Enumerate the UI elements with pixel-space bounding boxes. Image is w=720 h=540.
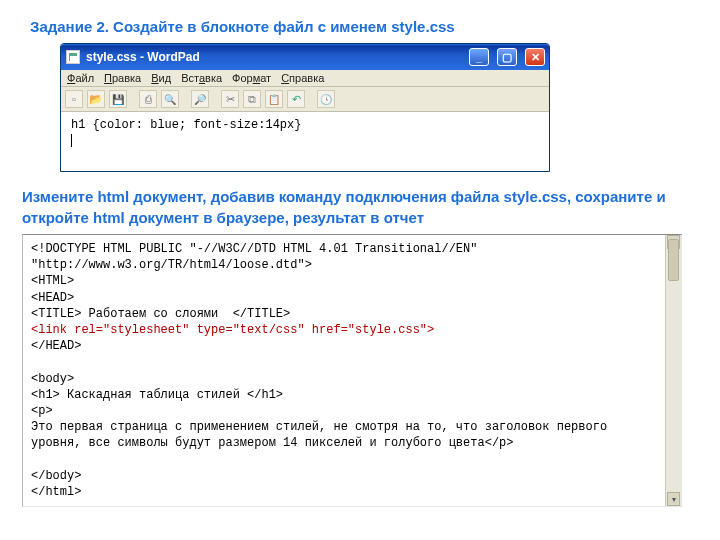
undo-icon[interactable] xyxy=(287,90,305,108)
code-line: <TITLE> Работаем со слоями </TITLE> xyxy=(31,307,290,321)
code-line: <HTML> xyxy=(31,274,74,288)
menu-view[interactable]: Вид xyxy=(151,72,171,84)
scroll-down-icon[interactable] xyxy=(667,492,680,506)
new-icon[interactable] xyxy=(65,90,83,108)
code-panel: <!DOCTYPE HTML PUBLIC "-//W3C//DTD HTML … xyxy=(22,234,682,507)
code-line: <HEAD> xyxy=(31,291,74,305)
code-line: <body> xyxy=(31,372,74,386)
code-line: <!DOCTYPE HTML PUBLIC "-//W3C//DTD HTML … xyxy=(31,242,477,256)
text-caret xyxy=(71,134,72,147)
code-line: "http://www.w3.org/TR/html4/loose.dtd"> xyxy=(31,258,312,272)
editor-area[interactable]: h1 {color: blue; font-size:14px} xyxy=(61,112,549,171)
preview-icon[interactable] xyxy=(161,90,179,108)
menu-format[interactable]: Формат xyxy=(232,72,271,84)
maximize-button[interactable]: ▢ xyxy=(497,48,517,66)
code-line-highlight: <link rel="stylesheet" type="text/css" h… xyxy=(31,323,434,337)
task-heading: Задание 2. Создайте в блокноте файл с им… xyxy=(30,18,698,35)
code-line: </HEAD> xyxy=(31,339,81,353)
menu-file[interactable]: Файл xyxy=(67,72,94,84)
paste-icon[interactable] xyxy=(265,90,283,108)
save-icon[interactable] xyxy=(109,90,127,108)
code-line: Это первая страница с применением стилей… xyxy=(31,420,614,450)
instruction-text: Измените html документ, добавив команду … xyxy=(22,186,698,228)
wordpad-app-icon xyxy=(66,50,80,64)
code-line: <h1> Каскадная таблица стилей </h1> xyxy=(31,388,283,402)
scrollbar[interactable] xyxy=(665,235,681,506)
find-icon[interactable] xyxy=(191,90,209,108)
code-line: </body> xyxy=(31,469,81,483)
menu-insert[interactable]: Вставка xyxy=(181,72,222,84)
copy-icon[interactable] xyxy=(243,90,261,108)
editor-line: h1 {color: blue; font-size:14px} xyxy=(71,118,539,132)
menu-help[interactable]: Справка xyxy=(281,72,324,84)
titlebar: style.css - WordPad _ ▢ ✕ xyxy=(61,44,549,70)
menu-bar: Файл Правка Вид Вставка Формат Справка xyxy=(61,70,549,87)
toolbar xyxy=(61,87,549,112)
print-icon[interactable] xyxy=(139,90,157,108)
open-icon[interactable] xyxy=(87,90,105,108)
datetime-icon[interactable] xyxy=(317,90,335,108)
code-body[interactable]: <!DOCTYPE HTML PUBLIC "-//W3C//DTD HTML … xyxy=(23,235,665,506)
code-line: <p> xyxy=(31,404,53,418)
close-button[interactable]: ✕ xyxy=(525,48,545,66)
menu-edit[interactable]: Правка xyxy=(104,72,141,84)
minimize-button[interactable]: _ xyxy=(469,48,489,66)
window-title: style.css - WordPad xyxy=(86,50,461,64)
wordpad-window: style.css - WordPad _ ▢ ✕ Файл Правка Ви… xyxy=(60,43,550,172)
code-line: </html> xyxy=(31,485,81,499)
cut-icon[interactable] xyxy=(221,90,239,108)
scroll-thumb[interactable] xyxy=(668,239,679,281)
